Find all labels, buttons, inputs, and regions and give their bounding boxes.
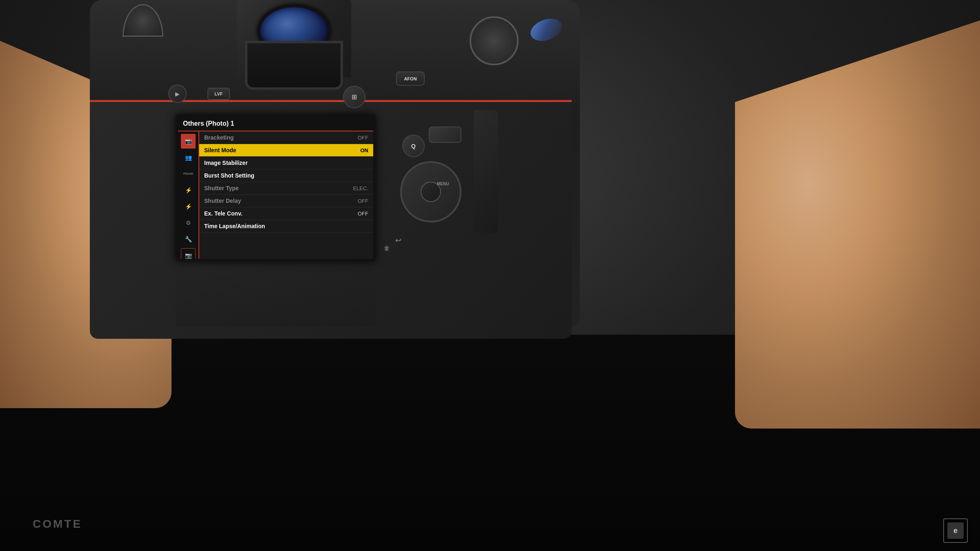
shutter-delay-value: OFF [358, 198, 368, 204]
delete-icon: 🗑 [384, 245, 390, 251]
camera-red-icon: 📷 [185, 252, 192, 259]
flash2-icon: ⚡ [185, 203, 192, 210]
selector-wheel[interactable] [400, 161, 461, 222]
back-button[interactable]: ↩ [395, 236, 401, 245]
afo-label: AFON [404, 76, 416, 81]
back-icon: ↩ [395, 236, 401, 244]
shutter-type-value: ELEC. [353, 185, 368, 191]
sidebar-item-flash1[interactable]: ⚡ [181, 183, 196, 198]
bracketing-value: OFF [358, 135, 368, 141]
menu-label: MENU [437, 182, 449, 186]
menu-item-silent-mode[interactable]: Silent Mode ON [199, 144, 373, 157]
sidebar-item-camera[interactable]: 📷 [181, 134, 196, 149]
lvf-label: LVF [215, 91, 223, 96]
ex-tele-label: Ex. Tele Conv. [204, 210, 243, 217]
people-icon: 👥 [185, 154, 192, 161]
afo-button[interactable]: AFON [396, 71, 425, 86]
menu-body: 📷 👥 FOcUS ⚡ ⚡ ⚙ [178, 131, 373, 261]
screen-reflection [176, 269, 376, 327]
shutter-delay-label: Shutter Delay [204, 198, 241, 204]
sidebar-item-camera-red[interactable]: 📷 [181, 248, 196, 261]
menu-button[interactable]: MENU [437, 182, 449, 186]
wrench-icon: 🔧 [185, 236, 192, 242]
gear-icon: ⚙ [186, 220, 191, 226]
menu-item-shutter-type[interactable]: Shutter Type ELEC. [199, 182, 373, 195]
menu-items-list: Bracketing OFF Silent Mode ON Image Stab… [199, 131, 373, 261]
sidebar-item-gear[interactable]: ⚙ [181, 216, 196, 230]
q-label: Q [411, 143, 416, 149]
brand-symbol: e [953, 527, 958, 535]
menu-item-image-stabilizer[interactable]: Image Stabilizer [199, 157, 373, 169]
q-button[interactable]: Q [402, 135, 425, 157]
menu-item-ex-tele[interactable]: Ex. Tele Conv. OFF [199, 207, 373, 220]
menu-item-timelapse[interactable]: Time Lapse/Animation [199, 220, 373, 233]
menu-item-shutter-delay[interactable]: Shutter Delay OFF [199, 195, 373, 207]
grid-button[interactable]: ⊞ [343, 86, 365, 108]
brand-icon: e [947, 522, 964, 539]
silent-mode-value: ON [361, 147, 369, 153]
thumb-grip [474, 110, 498, 233]
sidebar-item-people[interactable]: 👥 [181, 150, 196, 165]
menu-title: Others (Photo) 1 [183, 120, 234, 127]
menu-item-burst-shot[interactable]: Burst Shot Setting [199, 169, 373, 182]
sidebar-item-flash2[interactable]: ⚡ [181, 199, 196, 214]
timelapse-label: Time Lapse/Animation [204, 223, 265, 229]
top-right-dial[interactable] [470, 16, 519, 65]
sidebar-item-wrench[interactable]: 🔧 [181, 232, 196, 247]
lcd-screen: Others (Photo) 1 📷 👥 FOcUS ⚡ [176, 114, 376, 261]
brand-watermark: e [943, 518, 968, 543]
sidebar-item-focus[interactable]: FOcUS [181, 167, 196, 181]
menu-header: Others (Photo) 1 [178, 117, 373, 131]
menu-item-bracketing[interactable]: Bracketing OFF [199, 131, 373, 144]
burst-shot-label: Burst Shot Setting [204, 172, 254, 179]
play-button[interactable]: ▶ [168, 84, 187, 103]
screen-content: Others (Photo) 1 📷 👥 FOcUS ⚡ [178, 117, 373, 259]
lvf-button[interactable]: LVF [207, 88, 230, 100]
rear-knob[interactable] [429, 127, 461, 143]
silent-mode-label: Silent Mode [204, 147, 236, 153]
shutter-type-label: Shutter Type [204, 185, 239, 191]
delete-button[interactable]: 🗑 [384, 245, 390, 251]
bracketing-label: Bracketing [204, 134, 234, 141]
ex-tele-value: OFF [358, 211, 368, 217]
flash1-icon: ⚡ [185, 187, 192, 193]
engadget-watermark: COMTE [33, 518, 82, 531]
menu-sidebar: 📷 👥 FOcUS ⚡ ⚡ ⚙ [178, 131, 199, 261]
camera-icon: 📷 [185, 138, 192, 144]
focus-label: FOcUS [183, 172, 193, 176]
eyecup [245, 41, 343, 90]
image-stabilizer-label: Image Stabilizer [204, 160, 248, 166]
